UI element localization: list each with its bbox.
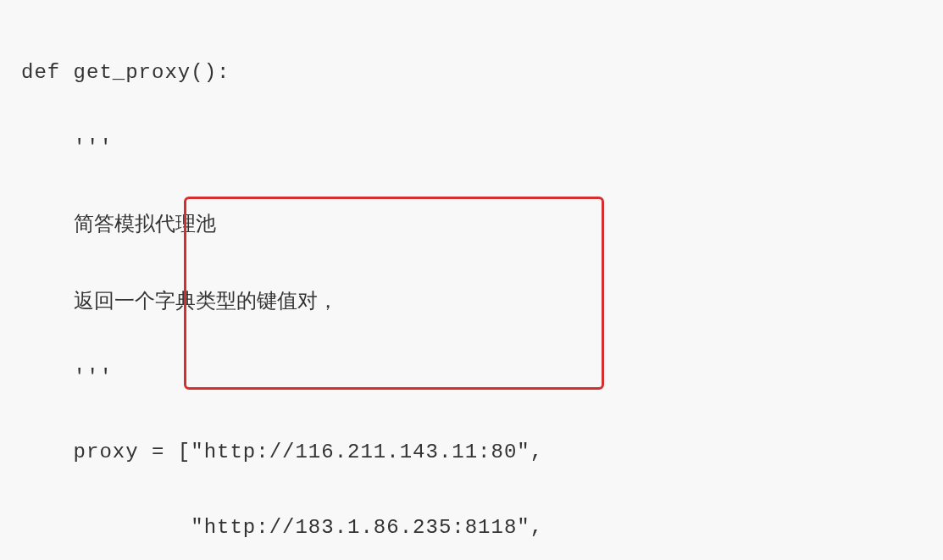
code-line-docstring-close: ''' (21, 359, 922, 396)
code-line-comment-2: 返回一个字典类型的键值对， (21, 282, 922, 321)
code-line-def: def get_proxy(): (21, 54, 922, 91)
code-line-proxy-1: proxy = ["http://116.211.143.11:80", (21, 434, 922, 471)
code-line-proxy-2: "http://183.1.86.235:8118", (21, 509, 922, 546)
code-line-comment-1: 简答模拟代理池 (21, 205, 922, 244)
code-block: def get_proxy(): ''' 简答模拟代理池 返回一个字典类型的键值… (21, 17, 922, 560)
code-line-docstring-open: ''' (21, 130, 922, 167)
